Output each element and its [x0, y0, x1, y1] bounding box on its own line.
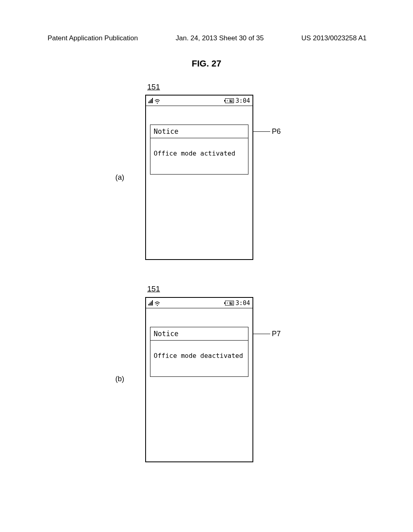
status-time: 3:04	[236, 97, 250, 104]
callout-label-p7: P7	[272, 330, 281, 338]
battery-icon: ⚡	[225, 301, 234, 305]
callout-label-p6: P6	[272, 127, 281, 136]
notice-body-b: Office mode deactivated	[150, 341, 248, 376]
status-bar: ⚡ 3:04	[146, 96, 252, 106]
signal-icon	[148, 301, 153, 305]
notice-popup-b: Notice Office mode deactivated	[150, 327, 248, 377]
page-header: Patent Application Publication Jan. 24, …	[0, 34, 413, 42]
battery-icon: ⚡	[225, 98, 234, 103]
svg-point-0	[157, 102, 158, 103]
notice-body-a: Office mode activated	[150, 138, 248, 174]
status-right: ⚡ 3:04	[225, 299, 250, 307]
status-left	[148, 98, 160, 103]
header-left: Patent Application Publication	[48, 34, 138, 42]
signal-icon	[148, 98, 153, 103]
notice-popup-a: Notice Office mode activated	[150, 125, 248, 175]
callout-leader-line	[253, 334, 270, 334]
wifi-icon	[154, 98, 160, 103]
status-time: 3:04	[236, 299, 250, 307]
callout-leader-line	[253, 131, 270, 132]
callout-p7: P7	[253, 330, 281, 338]
status-bar: ⚡ 3:04	[146, 298, 252, 308]
callout-p6: P6	[253, 127, 281, 136]
status-left	[148, 301, 160, 305]
subfigure-label-b: (b)	[115, 375, 124, 383]
reference-label-151-a: 151	[147, 83, 160, 91]
notice-title-a: Notice	[150, 125, 248, 138]
phone-screen-a: ⚡ 3:04 Notice Office mode activated	[145, 95, 253, 260]
figure-title: FIG. 27	[192, 58, 221, 69]
phone-screen-b: ⚡ 3:04 Notice Office mode deactivated	[145, 297, 253, 462]
wifi-icon	[154, 301, 160, 305]
header-center: Jan. 24, 2013 Sheet 30 of 35	[176, 34, 264, 42]
notice-title-b: Notice	[150, 327, 248, 341]
subfigure-label-a: (a)	[115, 173, 124, 182]
reference-label-151-b: 151	[147, 285, 160, 293]
status-right: ⚡ 3:04	[225, 97, 250, 104]
svg-point-1	[157, 305, 158, 305]
header-right: US 2013/0023258 A1	[301, 34, 367, 42]
